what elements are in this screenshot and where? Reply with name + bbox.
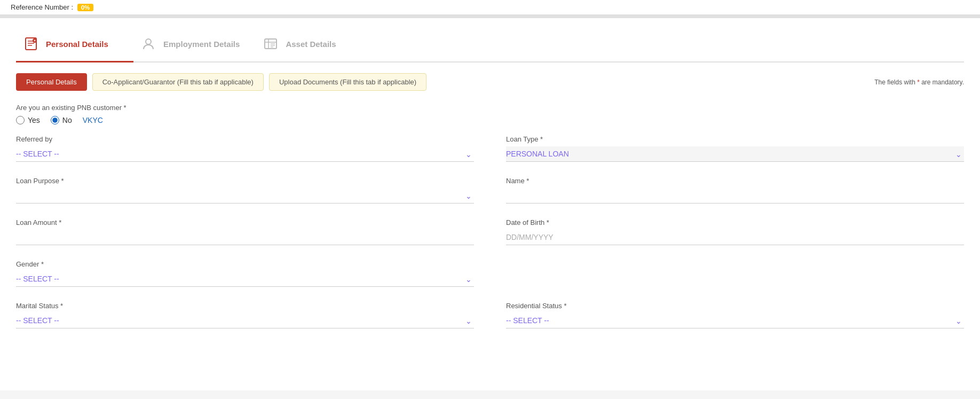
radio-yes-label[interactable]: Yes xyxy=(16,116,40,124)
loan-type-select-wrapper: PERSONAL LOAN ⌄ xyxy=(506,146,964,162)
loan-purpose-select[interactable] xyxy=(16,188,474,204)
existing-customer-label: Are you an existing PNB customer * xyxy=(16,104,964,112)
loan-type-select[interactable]: PERSONAL LOAN xyxy=(506,146,964,162)
radio-group-existing-customer: Yes No VKYC xyxy=(16,116,964,124)
form-group-referred-by: Referred by -- SELECT -- ⌄ xyxy=(16,135,474,162)
tab-employment-details[interactable]: Employment Details xyxy=(133,29,256,62)
residential-status-label: Residential Status * xyxy=(506,302,964,310)
svg-point-7 xyxy=(146,39,151,44)
tab-asset-details-label: Asset Details xyxy=(286,40,336,49)
radio-no[interactable] xyxy=(51,116,59,124)
dob-label: Date of Birth * xyxy=(506,218,964,226)
name-label: Name * xyxy=(506,177,964,185)
gender-label: Gender * xyxy=(16,260,474,268)
loan-purpose-select-wrapper: ⌄ xyxy=(16,188,474,204)
top-bar: Reference Number : 0% xyxy=(0,0,980,15)
form-group-loan-type: Loan Type * PERSONAL LOAN ⌄ xyxy=(506,135,964,162)
radio-no-label[interactable]: No xyxy=(51,116,72,124)
form-group-dob: Date of Birth * xyxy=(506,218,964,245)
vkyc-link[interactable]: VKYC xyxy=(83,116,103,124)
sub-tab-co-applicant[interactable]: Co-Applicant/Guarantor (Fill this tab if… xyxy=(92,73,264,91)
form-grid: Are you an existing PNB customer * Yes N… xyxy=(16,104,964,343)
dob-input[interactable] xyxy=(506,230,964,245)
tab-personal-details-label: Personal Details xyxy=(46,40,108,49)
loan-amount-label: Loan Amount * xyxy=(16,218,474,226)
referred-by-select[interactable]: -- SELECT -- xyxy=(16,146,474,162)
form-group-residential-status: Residential Status * -- SELECT -- Owned … xyxy=(506,302,964,328)
sub-tab-personal-details[interactable]: Personal Details xyxy=(16,73,87,91)
sub-tabs: Personal Details Co-Applicant/Guarantor … xyxy=(16,73,964,91)
existing-customer-section: Are you an existing PNB customer * Yes N… xyxy=(16,104,964,124)
referred-by-select-wrapper: -- SELECT -- ⌄ xyxy=(16,146,474,162)
name-input[interactable] xyxy=(506,188,964,204)
referred-by-label: Referred by xyxy=(16,135,474,143)
top-tabs: Personal Details Employment Details xyxy=(16,29,964,62)
tab-employment-details-label: Employment Details xyxy=(163,40,240,49)
form-group-empty-gender-pair xyxy=(506,260,964,302)
tab-asset-details[interactable]: Asset Details xyxy=(256,29,373,62)
loan-amount-input[interactable] xyxy=(16,230,474,245)
form-group-gender: Gender * -- SELECT -- Male Female Other … xyxy=(16,260,474,287)
marital-status-select[interactable]: -- SELECT -- Single Married Divorced xyxy=(16,313,474,328)
mandatory-note: The fields with * are mandatory. xyxy=(874,79,964,86)
marital-status-label: Marital Status * xyxy=(16,302,474,310)
gender-select[interactable]: -- SELECT -- Male Female Other xyxy=(16,271,474,287)
employment-details-icon xyxy=(139,34,158,53)
gender-select-wrapper: -- SELECT -- Male Female Other ⌄ xyxy=(16,271,474,287)
radio-yes[interactable] xyxy=(16,116,25,124)
main-container: Personal Details Employment Details xyxy=(0,18,980,390)
tab-personal-details[interactable]: Personal Details xyxy=(16,29,133,62)
form-group-marital-status: Marital Status * -- SELECT -- Single Mar… xyxy=(16,302,474,328)
form-group-loan-amount: Loan Amount * xyxy=(16,218,474,245)
personal-details-icon xyxy=(21,34,41,53)
sub-tab-upload-documents[interactable]: Upload Documents (Fill this tab if appli… xyxy=(269,73,426,91)
ref-number-label: Reference Number : xyxy=(11,3,73,11)
form-group-loan-purpose: Loan Purpose * ⌄ xyxy=(16,177,474,204)
residential-status-select[interactable]: -- SELECT -- Owned Rented xyxy=(506,313,964,328)
progress-badge: 0% xyxy=(77,4,93,11)
form-group-name: Name * xyxy=(506,177,964,204)
asset-details-icon xyxy=(261,34,280,53)
marital-status-select-wrapper: -- SELECT -- Single Married Divorced ⌄ xyxy=(16,313,474,328)
residential-status-select-wrapper: -- SELECT -- Owned Rented ⌄ xyxy=(506,313,964,328)
loan-purpose-label: Loan Purpose * xyxy=(16,177,474,185)
loan-type-label: Loan Type * xyxy=(506,135,964,143)
